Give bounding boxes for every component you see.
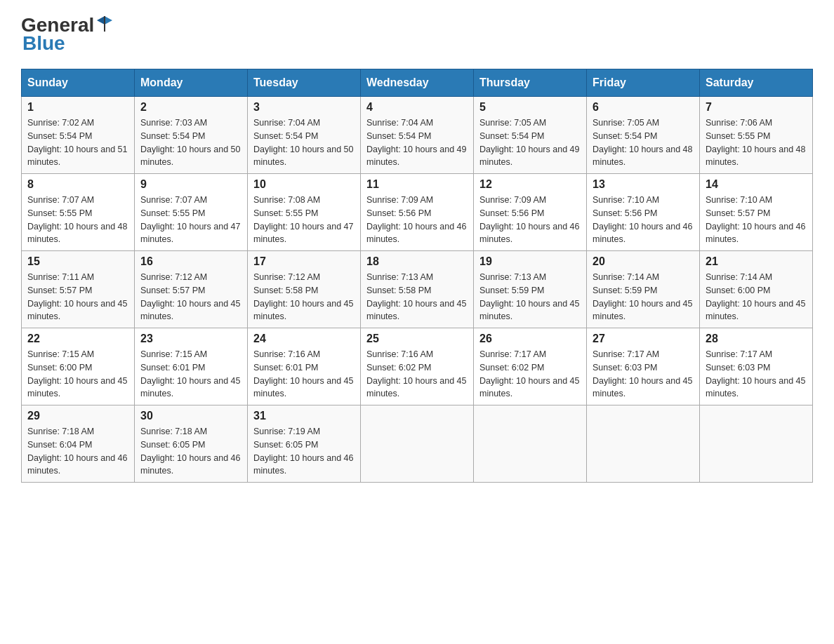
- calendar-day-cell: 11 Sunrise: 7:09 AM Sunset: 5:56 PM Dayl…: [361, 174, 474, 251]
- calendar-day-cell: 21 Sunrise: 7:14 AM Sunset: 6:00 PM Dayl…: [700, 251, 813, 328]
- calendar-day-cell: 31 Sunrise: 7:19 AM Sunset: 6:05 PM Dayl…: [248, 405, 361, 483]
- day-info: Sunrise: 7:02 AM Sunset: 5:54 PM Dayligh…: [27, 116, 128, 169]
- day-info: Sunrise: 7:09 AM Sunset: 5:56 PM Dayligh…: [366, 194, 468, 246]
- calendar-day-cell: 23 Sunrise: 7:15 AM Sunset: 6:01 PM Dayl…: [135, 328, 248, 405]
- day-number: 26: [479, 333, 581, 345]
- day-info: Sunrise: 7:17 AM Sunset: 6:03 PM Dayligh…: [706, 348, 807, 401]
- day-info: Sunrise: 7:18 AM Sunset: 6:04 PM Dayligh…: [27, 425, 128, 478]
- calendar-day-cell: 16 Sunrise: 7:12 AM Sunset: 5:57 PM Dayl…: [135, 251, 248, 328]
- weekday-header-tuesday: Tuesday: [248, 69, 361, 97]
- day-info: Sunrise: 7:06 AM Sunset: 5:55 PM Dayligh…: [706, 116, 807, 169]
- day-number: 23: [140, 333, 241, 345]
- calendar-week-row: 15 Sunrise: 7:11 AM Sunset: 5:57 PM Dayl…: [22, 251, 813, 328]
- day-info: Sunrise: 7:16 AM Sunset: 6:01 PM Dayligh…: [253, 348, 355, 401]
- day-info: Sunrise: 7:07 AM Sunset: 5:55 PM Dayligh…: [27, 194, 128, 246]
- calendar-week-row: 22 Sunrise: 7:15 AM Sunset: 6:00 PM Dayl…: [22, 328, 813, 405]
- day-info: Sunrise: 7:14 AM Sunset: 6:00 PM Dayligh…: [706, 271, 807, 323]
- calendar-day-cell: 29 Sunrise: 7:18 AM Sunset: 6:04 PM Dayl…: [22, 405, 135, 483]
- day-number: 18: [366, 255, 468, 268]
- calendar-day-cell: 15 Sunrise: 7:11 AM Sunset: 5:57 PM Dayl…: [22, 251, 135, 328]
- day-number: 3: [253, 101, 355, 114]
- day-number: 21: [706, 255, 807, 268]
- calendar-table: SundayMondayTuesdayWednesdayThursdayFrid…: [21, 69, 813, 483]
- day-info: Sunrise: 7:18 AM Sunset: 6:05 PM Dayligh…: [140, 425, 241, 478]
- calendar-day-cell: 19 Sunrise: 7:13 AM Sunset: 5:59 PM Dayl…: [474, 251, 587, 328]
- calendar-day-cell: 27 Sunrise: 7:17 AM Sunset: 6:03 PM Dayl…: [587, 328, 700, 405]
- day-info: Sunrise: 7:13 AM Sunset: 5:58 PM Dayligh…: [366, 271, 468, 323]
- logo-blue-text: Blue: [22, 32, 65, 55]
- calendar-week-row: 8 Sunrise: 7:07 AM Sunset: 5:55 PM Dayli…: [22, 174, 813, 251]
- calendar-day-cell: 26 Sunrise: 7:17 AM Sunset: 6:02 PM Dayl…: [474, 328, 587, 405]
- calendar-day-cell: 20 Sunrise: 7:14 AM Sunset: 5:59 PM Dayl…: [587, 251, 700, 328]
- day-number: 6: [593, 101, 694, 114]
- day-info: Sunrise: 7:03 AM Sunset: 5:54 PM Dayligh…: [140, 116, 241, 169]
- calendar-day-cell: 22 Sunrise: 7:15 AM Sunset: 6:00 PM Dayl…: [22, 328, 135, 405]
- day-info: Sunrise: 7:10 AM Sunset: 5:57 PM Dayligh…: [706, 194, 807, 246]
- calendar-day-cell: 18 Sunrise: 7:13 AM Sunset: 5:58 PM Dayl…: [361, 251, 474, 328]
- calendar-day-cell: 17 Sunrise: 7:12 AM Sunset: 5:58 PM Dayl…: [248, 251, 361, 328]
- day-number: 31: [253, 410, 355, 422]
- calendar-day-cell: 13 Sunrise: 7:10 AM Sunset: 5:56 PM Dayl…: [587, 174, 700, 251]
- day-info: Sunrise: 7:14 AM Sunset: 5:59 PM Dayligh…: [593, 271, 694, 323]
- calendar-day-cell: 8 Sunrise: 7:07 AM Sunset: 5:55 PM Dayli…: [22, 174, 135, 251]
- svg-marker-1: [97, 16, 105, 25]
- day-number: 7: [706, 101, 807, 114]
- day-info: Sunrise: 7:09 AM Sunset: 5:56 PM Dayligh…: [479, 194, 581, 246]
- calendar-day-cell: [474, 405, 587, 483]
- day-info: Sunrise: 7:04 AM Sunset: 5:54 PM Dayligh…: [366, 116, 468, 169]
- calendar-day-cell: 2 Sunrise: 7:03 AM Sunset: 5:54 PM Dayli…: [135, 97, 248, 174]
- day-info: Sunrise: 7:13 AM Sunset: 5:59 PM Dayligh…: [479, 271, 581, 323]
- day-number: 2: [140, 101, 241, 114]
- weekday-header-saturday: Saturday: [700, 69, 813, 97]
- weekday-header-sunday: Sunday: [22, 69, 135, 97]
- calendar-day-cell: 25 Sunrise: 7:16 AM Sunset: 6:02 PM Dayl…: [361, 328, 474, 405]
- calendar-day-cell: 10 Sunrise: 7:08 AM Sunset: 5:55 PM Dayl…: [248, 174, 361, 251]
- calendar-day-cell: 4 Sunrise: 7:04 AM Sunset: 5:54 PM Dayli…: [361, 97, 474, 174]
- calendar-day-cell: 7 Sunrise: 7:06 AM Sunset: 5:55 PM Dayli…: [700, 97, 813, 174]
- calendar-day-cell: 28 Sunrise: 7:17 AM Sunset: 6:03 PM Dayl…: [700, 328, 813, 405]
- calendar-day-cell: [700, 405, 813, 483]
- svg-rect-2: [104, 16, 105, 32]
- calendar-day-cell: 6 Sunrise: 7:05 AM Sunset: 5:54 PM Dayli…: [587, 97, 700, 174]
- day-info: Sunrise: 7:11 AM Sunset: 5:57 PM Dayligh…: [27, 271, 128, 323]
- day-number: 20: [593, 255, 694, 268]
- logo: General Blue: [21, 14, 114, 55]
- day-info: Sunrise: 7:17 AM Sunset: 6:02 PM Dayligh…: [479, 348, 581, 401]
- day-number: 12: [479, 178, 581, 191]
- page-header: General Blue: [21, 14, 813, 55]
- day-info: Sunrise: 7:12 AM Sunset: 5:58 PM Dayligh…: [253, 271, 355, 323]
- calendar-week-row: 29 Sunrise: 7:18 AM Sunset: 6:04 PM Dayl…: [22, 405, 813, 483]
- day-info: Sunrise: 7:17 AM Sunset: 6:03 PM Dayligh…: [593, 348, 694, 401]
- day-info: Sunrise: 7:15 AM Sunset: 6:00 PM Dayligh…: [27, 348, 128, 401]
- day-number: 25: [366, 333, 468, 345]
- day-info: Sunrise: 7:15 AM Sunset: 6:01 PM Dayligh…: [140, 348, 241, 401]
- day-number: 17: [253, 255, 355, 268]
- day-number: 14: [706, 178, 807, 191]
- day-number: 9: [140, 178, 241, 191]
- day-number: 30: [140, 410, 241, 422]
- day-number: 8: [27, 178, 128, 191]
- day-info: Sunrise: 7:19 AM Sunset: 6:05 PM Dayligh…: [253, 425, 355, 478]
- weekday-header-thursday: Thursday: [474, 69, 587, 97]
- day-number: 16: [140, 255, 241, 268]
- calendar-day-cell: 1 Sunrise: 7:02 AM Sunset: 5:54 PM Dayli…: [22, 97, 135, 174]
- calendar-day-cell: [587, 405, 700, 483]
- day-number: 11: [366, 178, 468, 191]
- calendar-day-cell: 9 Sunrise: 7:07 AM Sunset: 5:55 PM Dayli…: [135, 174, 248, 251]
- weekday-header-monday: Monday: [135, 69, 248, 97]
- weekday-header-friday: Friday: [587, 69, 700, 97]
- day-info: Sunrise: 7:16 AM Sunset: 6:02 PM Dayligh…: [366, 348, 468, 401]
- svg-marker-0: [105, 16, 112, 25]
- calendar-day-cell: 12 Sunrise: 7:09 AM Sunset: 5:56 PM Dayl…: [474, 174, 587, 251]
- day-number: 27: [593, 333, 694, 345]
- day-info: Sunrise: 7:12 AM Sunset: 5:57 PM Dayligh…: [140, 271, 241, 323]
- weekday-header-wednesday: Wednesday: [361, 69, 474, 97]
- day-number: 13: [593, 178, 694, 191]
- calendar-day-cell: 24 Sunrise: 7:16 AM Sunset: 6:01 PM Dayl…: [248, 328, 361, 405]
- day-number: 22: [27, 333, 128, 345]
- day-number: 19: [479, 255, 581, 268]
- weekday-header-row: SundayMondayTuesdayWednesdayThursdayFrid…: [22, 69, 813, 97]
- calendar-day-cell: 5 Sunrise: 7:05 AM Sunset: 5:54 PM Dayli…: [474, 97, 587, 174]
- calendar-day-cell: [361, 405, 474, 483]
- calendar-day-cell: 14 Sunrise: 7:10 AM Sunset: 5:57 PM Dayl…: [700, 174, 813, 251]
